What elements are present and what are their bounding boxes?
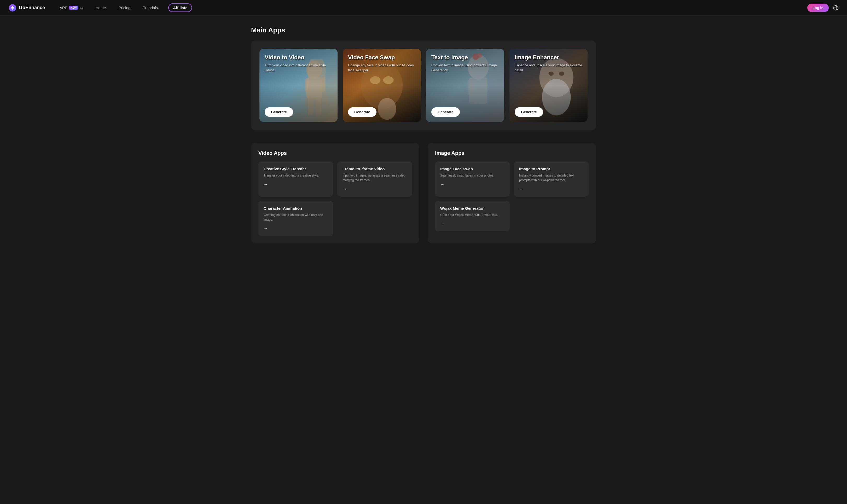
new-badge: New	[69, 6, 78, 10]
card-image-face-swap[interactable]: Image Face Swap Seamlessly swap faces in…	[435, 161, 510, 197]
ie-generate-button[interactable]: Generate	[515, 107, 543, 117]
cst-desc: Transfer your video into a creative styl…	[264, 173, 328, 178]
ftf-desc: Input two images, generate a seamless vi…	[342, 173, 407, 182]
card-overlay-v2v: Video to Video Turn your video into diff…	[260, 49, 338, 122]
ie-title: Image Enhancer	[515, 54, 582, 61]
vfs-generate-button[interactable]: Generate	[348, 107, 376, 117]
brand-name: GoEnhance	[19, 5, 45, 11]
card-video-face-swap[interactable]: Video Face Swap Change any face in video…	[343, 49, 421, 122]
ca-title: Character Animation	[264, 206, 328, 211]
chevron-down-icon	[80, 5, 83, 9]
login-button[interactable]: Log in	[807, 4, 829, 12]
language-button[interactable]	[833, 5, 839, 11]
video-apps-title: Video Apps	[259, 150, 412, 156]
video-apps-section: Video Apps Creative Style Transfer Trans…	[251, 143, 419, 244]
card-overlay-ie: Image Enhancer Enhance and upscale your …	[509, 49, 587, 122]
card-wojak-meme[interactable]: Wojak Meme Generator Craft Your Wojak Me…	[435, 201, 510, 231]
card-top-vfs: Video Face Swap Change any face in video…	[348, 54, 416, 107]
card-text-to-image[interactable]: Text to Image Convert text to image usin…	[426, 49, 504, 122]
v2v-generate-button[interactable]: Generate	[265, 107, 293, 117]
wm-title: Wojak Meme Generator	[440, 206, 505, 211]
itp-desc: Instantly convert images to detailed tex…	[519, 173, 583, 182]
card-image-enhancer[interactable]: Image Enhancer Enhance and upscale your …	[509, 49, 587, 122]
main-apps-title: Main Apps	[251, 26, 596, 34]
home-nav-link[interactable]: Home	[93, 4, 108, 12]
vfs-title: Video Face Swap	[348, 54, 416, 61]
logo-icon	[8, 4, 17, 12]
video-apps-grid: Creative Style Transfer Transfer your vi…	[259, 161, 412, 236]
ftf-arrow[interactable]: →	[342, 187, 347, 192]
card-image-to-prompt[interactable]: Image to Prompt Instantly convert images…	[514, 161, 588, 197]
navbar: GoEnhance APP New Home Pricing Tutorials…	[0, 0, 847, 16]
ie-desc: Enhance and upscale your image to extrem…	[515, 63, 582, 72]
image-apps-grid: Image Face Swap Seamlessly swap faces in…	[435, 161, 588, 231]
card-top-t2i: Text to Image Convert text to image usin…	[431, 54, 499, 107]
card-creative-style-transfer[interactable]: Creative Style Transfer Transfer your vi…	[259, 161, 333, 197]
image-apps-section: Image Apps Image Face Swap Seamlessly sw…	[428, 143, 596, 244]
main-apps-container: Video to Video Turn your video into diff…	[251, 40, 596, 130]
t2i-title: Text to Image	[431, 54, 499, 61]
ifs-arrow[interactable]: →	[440, 182, 444, 187]
wm-desc: Craft Your Wojak Meme, Share Your Tale.	[440, 213, 505, 217]
pricing-nav-link[interactable]: Pricing	[116, 4, 133, 12]
main-apps-grid: Video to Video Turn your video into diff…	[260, 49, 587, 122]
tutorials-nav-link[interactable]: Tutorials	[141, 4, 160, 12]
app-menu-button[interactable]: APP New	[57, 4, 85, 12]
ca-arrow[interactable]: →	[264, 226, 268, 231]
globe-icon	[833, 5, 839, 11]
card-overlay-t2i: Text to Image Convert text to image usin…	[426, 49, 504, 122]
vfs-desc: Change any face in videos with our AI vi…	[348, 63, 416, 72]
cst-title: Creative Style Transfer	[264, 167, 328, 171]
itp-title: Image to Prompt	[519, 167, 583, 171]
nav-right: Log in	[807, 4, 839, 12]
card-frame-to-frame[interactable]: Frame–to–frame Video Input two images, g…	[337, 161, 412, 197]
ca-desc: Creating character animation with only o…	[264, 213, 328, 222]
cst-arrow[interactable]: →	[264, 182, 268, 187]
t2i-desc: Convert text to image using powerful Ima…	[431, 63, 499, 72]
wm-arrow[interactable]: →	[440, 221, 444, 226]
app-label: APP	[59, 5, 67, 10]
affiliate-nav-link[interactable]: Affiliate	[168, 3, 192, 12]
ftf-title: Frame–to–frame Video	[342, 167, 407, 171]
card-video-to-video[interactable]: Video to Video Turn your video into diff…	[260, 49, 338, 122]
itp-arrow[interactable]: →	[519, 187, 523, 192]
card-top-v2v: Video to Video Turn your video into diff…	[265, 54, 332, 107]
ifs-desc: Seamlessly swap faces in your photos.	[440, 173, 505, 178]
t2i-generate-button[interactable]: Generate	[431, 107, 460, 117]
image-apps-title: Image Apps	[435, 150, 588, 156]
ifs-title: Image Face Swap	[440, 167, 505, 171]
lower-sections: Video Apps Creative Style Transfer Trans…	[251, 143, 596, 244]
card-overlay-vfs: Video Face Swap Change any face in video…	[343, 49, 421, 122]
main-content: Main Apps	[241, 16, 606, 254]
card-top-ie: Image Enhancer Enhance and upscale your …	[515, 54, 582, 107]
v2v-title: Video to Video	[265, 54, 332, 61]
card-character-animation[interactable]: Character Animation Creating character a…	[259, 201, 333, 236]
logo[interactable]: GoEnhance	[8, 4, 45, 12]
v2v-desc: Turn your video into different anime sty…	[265, 63, 332, 72]
